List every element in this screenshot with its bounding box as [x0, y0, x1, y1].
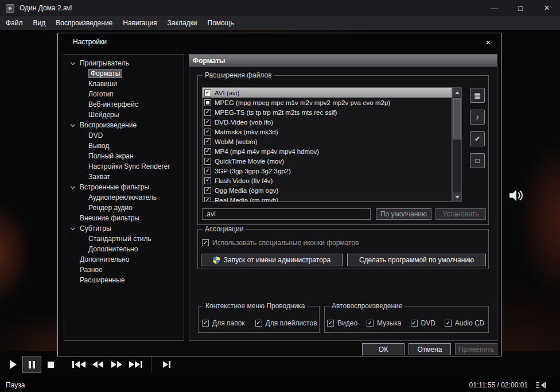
tree-item-label: Воспроизведение — [80, 121, 137, 129]
format-checkbox[interactable]: ✓ — [204, 168, 211, 174]
checkbox-video[interactable]: ✓Видео — [327, 319, 357, 327]
volume-icon[interactable] — [510, 189, 524, 203]
tree-item-capture[interactable]: Захват — [64, 172, 184, 182]
format-row[interactable]: ✓Ogg Media (ogm ogv) — [203, 185, 452, 195]
format-checkbox[interactable]: ✓ — [204, 129, 211, 135]
menu-help[interactable]: Помощь — [203, 16, 239, 30]
dialog-close-button[interactable]: × — [481, 36, 495, 48]
checkbox-music[interactable]: ✓Музыка — [367, 319, 401, 327]
format-checkbox[interactable]: ✓ — [204, 187, 211, 194]
chevron-down-icon — [71, 225, 75, 230]
format-checkbox[interactable]: ✓ — [204, 177, 211, 184]
format-row[interactable]: ✓Flash Video (flv f4v) — [203, 176, 452, 185]
scroll-down-button[interactable] — [453, 192, 461, 201]
cancel-button[interactable]: Отмена — [409, 343, 451, 355]
uncheck-all-formats-button[interactable]: □ — [470, 153, 485, 168]
format-label: WebM (webm) — [215, 138, 258, 145]
tree-item-subtitles[interactable]: Субтитры — [64, 223, 184, 234]
format-row[interactable]: ✓Matroska (mkv mk3d) — [203, 127, 452, 137]
frame-step-button[interactable] — [157, 356, 176, 373]
tree-item-default-style[interactable]: Стандартный стиль — [64, 234, 184, 244]
format-list-scrollbar[interactable] — [452, 87, 462, 202]
tree-item-logo[interactable]: Логотип — [64, 89, 184, 99]
tree-item-playback[interactable]: Воспроизведение — [64, 120, 184, 130]
ok-button[interactable]: ОК — [362, 343, 405, 355]
menu-file[interactable]: Файл — [1, 16, 28, 30]
apply-button[interactable]: Применить — [455, 343, 497, 355]
settings-panel: Форматы Расширения файлов ✓AVI (avi)MPEG… — [189, 54, 497, 341]
arrow-down-icon — [455, 196, 460, 199]
titlebar[interactable]: Один Дома 2.avi — □ × — [0, 0, 560, 16]
close-button[interactable]: × — [534, 0, 560, 16]
check-icon: ✓ — [205, 158, 210, 164]
tree-item-audio-renderer[interactable]: Рендер аудио — [64, 203, 184, 213]
format-row[interactable]: ✓MP4 (mp4 m4v mp4v mpv4 hdmov) — [203, 146, 452, 156]
check-icon: ✓ — [205, 168, 210, 173]
format-checkbox[interactable]: ✓ — [204, 197, 211, 203]
format-checkbox[interactable] — [204, 99, 211, 106]
menu-bookmarks[interactable]: Закладки — [162, 16, 203, 30]
format-checkbox[interactable]: ✓ — [204, 119, 211, 126]
scrollbar-thumb[interactable] — [453, 98, 461, 139]
tree-item-sync-renderer[interactable]: Настройки Sync Renderer — [64, 161, 184, 172]
skip-end-button[interactable] — [126, 356, 145, 373]
maximize-button[interactable]: □ — [507, 0, 534, 16]
tree-item-player[interactable]: Проигрыватель — [64, 58, 184, 68]
checkbox-dvd[interactable]: ✓DVD — [411, 319, 435, 327]
tree-item-shaders[interactable]: Шейдеры — [64, 110, 184, 120]
tree-item-keys[interactable]: Клавиши — [64, 79, 184, 89]
check-audio-formats-button[interactable]: ♪ — [470, 110, 485, 125]
format-row[interactable]: ✓QuickTime Movie (mov) — [203, 156, 452, 166]
play-button[interactable] — [3, 356, 22, 373]
fast-forward-shape — [111, 361, 116, 368]
menu-playback[interactable]: Воспроизведение — [50, 16, 118, 30]
format-row[interactable]: ✓Real Media (rm rmvb) — [203, 195, 452, 202]
tree-item-web-interface[interactable]: Веб-интерфейс — [64, 99, 184, 110]
check-video-formats-button[interactable]: ▦ — [470, 88, 485, 103]
checkbox-format-icons[interactable]: ✓ Использовать специальные иконки формат… — [202, 239, 359, 247]
default-extensions-button[interactable]: По умолчанию — [376, 208, 431, 220]
rewind-button[interactable] — [88, 356, 107, 373]
tree-item-subtitles-misc[interactable]: Дополнительно — [64, 244, 184, 254]
tree-item-audio-switcher[interactable]: Аудиопереключатель — [64, 192, 184, 203]
tree-item-advanced[interactable]: Дополнительно — [64, 254, 184, 265]
check-icon: ✓ — [205, 197, 210, 202]
fast-forward-button[interactable] — [107, 356, 126, 373]
extension-input[interactable] — [202, 208, 371, 220]
minimize-button[interactable]: — — [481, 0, 507, 16]
checkbox-for-folders[interactable]: ✓Для папок — [202, 319, 245, 327]
check-icon: ✓ — [205, 148, 210, 154]
default-program-button[interactable]: Сделать программой по умолчанию — [347, 254, 486, 266]
format-row[interactable]: ✓WebM (webm) — [203, 137, 452, 146]
check-all-formats-button[interactable]: ✔ — [470, 131, 485, 146]
tree-item-dvd[interactable]: DVD — [64, 130, 184, 141]
format-checkbox[interactable]: ✓ — [204, 148, 211, 155]
format-row[interactable]: ✓MPEG-TS (ts tp trp m2t m2ts mts rec ssi… — [203, 107, 452, 117]
tree-item-internal-filters[interactable]: Встроенные фильтры — [64, 182, 184, 192]
pause-button[interactable] — [22, 356, 41, 373]
format-checkbox[interactable]: ✓ — [204, 138, 211, 145]
checkbox-for-playlists[interactable]: ✓Для плейлистов — [255, 319, 317, 327]
run-as-admin-button[interactable]: Запуск от имени администратора — [201, 254, 343, 266]
set-extensions-button[interactable]: Установить — [435, 208, 486, 220]
tree-item-external-filters[interactable]: Внешние фильтры — [64, 213, 184, 223]
tree-item-misc[interactable]: Разное — [64, 265, 184, 275]
tree-item-fullscreen[interactable]: Полный экран — [64, 151, 184, 161]
menu-view[interactable]: Вид — [28, 16, 51, 30]
format-row[interactable]: ✓DVD-Video (vob ifo) — [203, 117, 452, 127]
format-checkbox[interactable]: ✓ — [204, 109, 211, 116]
format-row[interactable]: ✓AVI (avi) — [203, 88, 452, 98]
scroll-up-button[interactable] — [453, 88, 461, 97]
stop-button[interactable] — [41, 356, 60, 373]
format-row[interactable]: ✓3GP (3gp 3gpp 3g2 3gp2) — [203, 166, 452, 176]
tree-item-output[interactable]: Вывод — [64, 141, 184, 151]
format-row[interactable]: MPEG (mpg mpeg mpe m1v m2v mpv2 mp2v pva… — [203, 98, 452, 107]
format-checkbox[interactable]: ✓ — [204, 90, 211, 96]
tree-item-formats[interactable]: Форматы — [64, 68, 184, 79]
skip-start-button[interactable] — [69, 356, 88, 373]
tree-item-expert[interactable]: Расширенные — [64, 275, 184, 285]
format-checkbox[interactable]: ✓ — [204, 158, 211, 165]
checkbox-audio-cd[interactable]: ✓Audio CD — [445, 319, 484, 327]
menu-navigate[interactable]: Навигация — [118, 16, 162, 30]
dialog-titlebar[interactable]: Настройки × — [58, 33, 501, 51]
